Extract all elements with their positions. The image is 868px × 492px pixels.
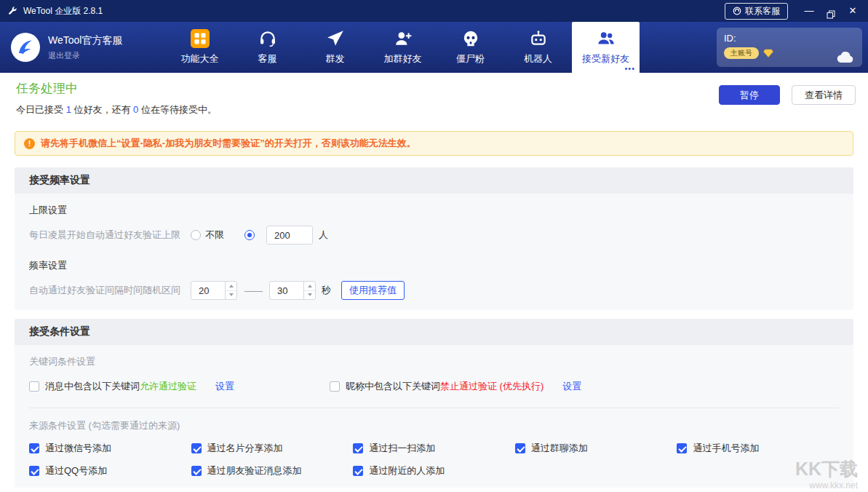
summary-suffix: 位在等待接受中。 xyxy=(138,104,217,115)
account-id-label: ID: xyxy=(724,33,855,44)
spinner-arrows-icon[interactable] xyxy=(225,282,236,299)
allow-keyword-label: 消息中包含以下关键词 xyxy=(45,380,140,393)
nav-label: 接受新好友 xyxy=(582,52,629,66)
deny-keyword-settings-link[interactable]: 设置 xyxy=(562,380,581,393)
source-subtitle: 来源条件设置 (勾选需要通过的来源) xyxy=(29,419,839,432)
more-options-dots-icon[interactable]: ••• xyxy=(624,65,635,73)
source-option-card-share[interactable]: 通过名片分享添加 xyxy=(191,442,354,455)
task-status-bar: 任务处理中 今日已接受 1 位好友，还有 0 位在等待接受中。 暂停 查看详情 xyxy=(0,73,868,119)
checkbox-icon xyxy=(191,443,202,453)
unlimited-radio[interactable]: 不限 xyxy=(191,229,244,242)
interval-max-value: 30 xyxy=(270,282,303,299)
source-option-nearby-people[interactable]: 通过附近的人添加 xyxy=(353,464,515,477)
interval-min-input[interactable]: 20 xyxy=(191,281,237,300)
interval-row: 自动通过好友验证间隔时间随机区间 20 —— 30 秒 使用推荐值 xyxy=(29,281,839,300)
minimize-button[interactable]: — xyxy=(798,0,820,22)
allow-keyword-checkbox[interactable] xyxy=(29,381,39,392)
daily-limit-input[interactable]: 200 xyxy=(266,226,313,245)
checkbox-icon xyxy=(29,381,39,392)
wrench-icon xyxy=(7,6,17,16)
titlebar-controls: 联系客服 — ✕ xyxy=(725,0,864,22)
deny-keyword-label: 昵称中包含以下关键词 xyxy=(346,380,440,393)
nav-item-accept-new-friends[interactable]: 接受新好友 ••• xyxy=(572,22,640,73)
frequency-section-title: 接受频率设置 xyxy=(15,167,853,194)
keyword-subtitle: 关键词条件设置 xyxy=(29,355,839,368)
rate-subtitle: 频率设置 xyxy=(29,259,839,272)
limit-subtitle: 上限设置 xyxy=(29,204,839,217)
contact-support-button[interactable]: 联系客服 xyxy=(725,3,788,20)
logout-link[interactable]: 退出登录 xyxy=(48,50,122,61)
people-icon xyxy=(597,29,616,48)
grid-icon xyxy=(191,29,210,48)
interval-label: 自动通过好友验证间隔时间随机区间 xyxy=(29,284,180,297)
contact-support-label: 联系客服 xyxy=(745,5,780,17)
robot-icon xyxy=(529,29,548,48)
deny-keyword-checkbox[interactable] xyxy=(330,381,340,392)
pause-button[interactable]: 暂停 xyxy=(719,85,780,105)
cloud-sync-icon[interactable] xyxy=(836,51,855,63)
source-option-wechat-id[interactable]: 通过微信号添加 xyxy=(29,442,191,455)
view-details-button[interactable]: 查看详情 xyxy=(792,85,856,105)
source-option-phone-number[interactable]: 通过手机号添加 xyxy=(677,442,839,455)
summary-prefix: 今日已接受 xyxy=(16,104,66,115)
nav-list: 功能大全 客服 群发 加群好友 xyxy=(166,22,640,73)
nav-item-add-group-friends[interactable]: 加群好友 xyxy=(369,22,437,73)
nav-item-zombie-fans[interactable]: 僵尸粉 xyxy=(437,22,504,73)
checkbox-icon xyxy=(353,443,363,453)
checkbox-icon xyxy=(191,466,202,476)
unlimited-radio-label: 不限 xyxy=(205,229,224,242)
interval-unit: 秒 xyxy=(322,284,331,297)
frequency-settings-section: 接受频率设置 上限设置 每日凌晨开始自动通过好友验证上限 不限 200 人 频率… xyxy=(15,167,853,310)
allow-keyword-settings-link[interactable]: 设置 xyxy=(215,380,234,393)
nav-label: 僵尸粉 xyxy=(456,52,485,66)
keyword-rules-row: 消息中包含以下关键词 允许通过验证 设置 昵称中包含以下关键词 禁止通过验证 (… xyxy=(29,378,839,394)
diamond-icon xyxy=(763,49,773,57)
warning-banner: ! 请先将手机微信上“设置-隐私-加我为朋友时需要验证”的开关打开，否则该功能无… xyxy=(15,131,853,156)
close-button[interactable]: ✕ xyxy=(842,0,864,22)
titlebar: WeTool 企业版 2.8.1 联系客服 — ✕ xyxy=(0,0,868,22)
accepted-count: 1 xyxy=(66,104,71,115)
summary-mid: 位好友，还有 xyxy=(71,104,133,115)
section-divider xyxy=(29,408,839,408)
allow-keyword-rule: 消息中包含以下关键词 允许通过验证 设置 xyxy=(29,380,330,393)
source-option-group-chat[interactable]: 通过群聊添加 xyxy=(515,442,677,455)
source-option-friend-verification[interactable]: 通过朋友验证消息添加 xyxy=(191,464,354,477)
limit-radio[interactable] xyxy=(244,230,255,240)
headset-mini-icon xyxy=(733,7,741,15)
send-icon xyxy=(326,29,345,48)
radio-circle-icon xyxy=(244,230,255,240)
skull-icon xyxy=(461,29,480,48)
logged-in-account-name: WeTool官方客服 xyxy=(48,34,122,47)
nav-label: 加群好友 xyxy=(384,52,422,66)
use-recommended-button[interactable]: 使用推荐值 xyxy=(341,281,405,300)
nav-item-bulk-send[interactable]: 群发 xyxy=(301,22,369,73)
interval-max-input[interactable]: 30 xyxy=(269,281,316,300)
nav-item-customer-service[interactable]: 客服 xyxy=(234,22,301,73)
allow-action-text: 允许通过验证 xyxy=(140,380,196,393)
nav-item-robot[interactable]: 机器人 xyxy=(504,22,572,73)
checkbox-icon xyxy=(353,466,363,476)
nav-label: 机器人 xyxy=(524,52,552,66)
checkbox-icon xyxy=(29,466,39,476)
condition-settings-section: 接受条件设置 关键词条件设置 消息中包含以下关键词 允许通过验证 设置 昵称中包… xyxy=(15,319,853,488)
nav-item-feature-center[interactable]: 功能大全 xyxy=(166,22,234,73)
condition-section-body: 关键词条件设置 消息中包含以下关键词 允许通过验证 设置 昵称中包含以下关键词 … xyxy=(15,345,853,488)
maximize-button[interactable] xyxy=(820,4,842,19)
deny-action-text: 禁止通过验证 (优先执行) xyxy=(440,380,544,393)
account-id-panel: ID: 主账号 xyxy=(717,28,862,67)
warning-text: 请先将手机微信上“设置-隐私-加我为朋友时需要验证”的开关打开，否则该功能无法生… xyxy=(41,137,416,150)
brand-text: WeTool官方客服 退出登录 xyxy=(48,34,122,61)
spinner-arrows-icon[interactable] xyxy=(303,282,315,299)
daily-limit-label: 每日凌晨开始自动通过好友验证上限 xyxy=(29,229,180,242)
nav-label: 群发 xyxy=(326,52,345,66)
source-option-scan[interactable]: 通过扫一扫添加 xyxy=(353,442,515,455)
warning-icon: ! xyxy=(24,138,35,149)
deny-keyword-rule: 昵称中包含以下关键词 禁止通过验证 (优先执行) 设置 xyxy=(330,380,581,393)
brand-area: WeTool官方客服 退出登录 xyxy=(0,22,166,73)
window-title: WeTool 企业版 2.8.1 xyxy=(23,5,103,17)
wetool-window: WeTool 企业版 2.8.1 联系客服 — ✕ WeTool官方客服 退出登… xyxy=(0,0,868,492)
radio-circle-icon xyxy=(191,230,201,240)
person-add-icon xyxy=(394,29,413,48)
daily-limit-unit: 人 xyxy=(319,229,328,242)
source-option-qq-number[interactable]: 通过QQ号添加 xyxy=(29,464,191,477)
